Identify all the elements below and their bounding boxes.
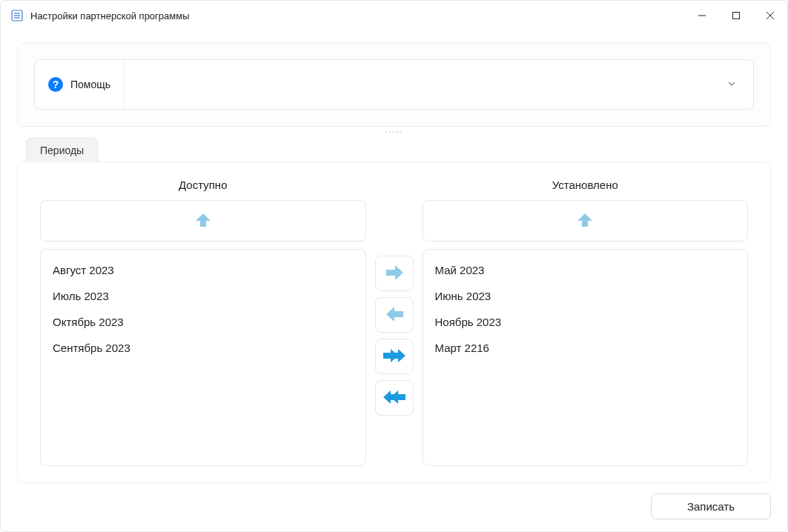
list-item[interactable]: Ноябрь 2023 (423, 309, 748, 335)
list-item[interactable]: Май 2023 (423, 257, 748, 283)
close-button[interactable] (753, 1, 787, 30)
help-button[interactable]: ? Помощь (35, 60, 125, 109)
list-item[interactable]: Июль 2023 (41, 283, 365, 309)
list-item[interactable]: Сентябрь 2023 (41, 335, 365, 361)
move-all-right-button[interactable] (375, 339, 414, 374)
installed-header: Установлено (423, 179, 749, 191)
installed-list[interactable]: Май 2023 Июнь 2023 Ноябрь 2023 Март 2216 (423, 249, 749, 466)
help-dropdown[interactable] (125, 60, 753, 109)
help-panel: ? Помощь (17, 42, 771, 127)
splitter-handle[interactable]: ..... (17, 127, 771, 137)
arrow-right-icon (383, 263, 405, 285)
save-button[interactable]: Записать (651, 493, 771, 519)
chevron-down-icon (726, 79, 737, 91)
list-item[interactable]: Июнь 2023 (423, 283, 748, 309)
available-up-button[interactable] (40, 200, 366, 242)
minimize-button[interactable] (685, 1, 719, 30)
list-item[interactable]: Август 2023 (41, 257, 365, 283)
tabs-row: Периоды (17, 137, 771, 162)
window: Настройки партнерской программы ? Помощь (0, 0, 788, 532)
help-icon: ? (48, 77, 63, 92)
available-column: Доступно Август 2023 Июль 2023 Октябрь 2… (40, 179, 366, 466)
arrow-left-icon (383, 305, 405, 326)
content: ? Помощь ..... Периоды Доступно (1, 30, 787, 531)
list-item[interactable]: Март 2216 (423, 335, 748, 361)
list-item[interactable]: Октябрь 2023 (41, 309, 365, 335)
move-all-left-button[interactable] (375, 380, 414, 416)
app-icon (11, 10, 23, 21)
installed-up-button[interactable] (423, 200, 749, 242)
arrow-up-icon (575, 210, 595, 233)
periods-panel: Доступно Август 2023 Июль 2023 Октябрь 2… (17, 162, 771, 483)
svg-rect-5 (733, 13, 740, 19)
arrow-up-icon (193, 210, 213, 233)
footer: Записать (17, 483, 771, 519)
available-header: Доступно (40, 179, 366, 191)
installed-column: Установлено Май 2023 Июнь 2023 Ноябрь 20… (423, 179, 749, 466)
move-right-button[interactable] (375, 256, 414, 291)
titlebar: Настройки партнерской программы (1, 1, 787, 30)
available-list[interactable]: Август 2023 Июль 2023 Октябрь 2023 Сентя… (40, 249, 366, 466)
window-title: Настройки партнерской программы (30, 10, 190, 21)
help-row: ? Помощь (34, 59, 754, 110)
move-left-button[interactable] (375, 297, 414, 333)
maximize-button[interactable] (719, 1, 753, 30)
transfer-controls (372, 179, 417, 466)
double-arrow-right-icon (382, 346, 407, 368)
tab-periods[interactable]: Периоды (26, 138, 98, 162)
help-label: Помощь (70, 79, 110, 90)
double-arrow-left-icon (382, 388, 407, 409)
